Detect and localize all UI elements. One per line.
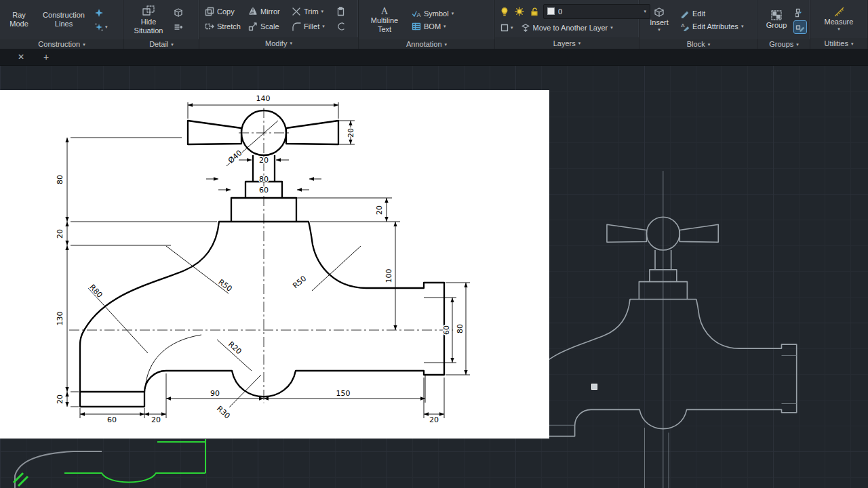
svg-text:A: A [380,6,388,16]
chevron-down-icon: ▾ [610,25,613,30]
chevron-down-icon: ▾ [290,41,292,45]
mirror-icon [248,7,258,16]
scale-label: Scale [260,22,279,30]
dim-label-r30: R30 [215,404,232,420]
hide-situation-button[interactable]: Hide Situation [127,1,170,38]
panel-utilities-expander[interactable]: Utilities ▾ [810,38,867,49]
panel-block-expander[interactable]: Block ▾ [639,39,757,49]
panel-detail: Hide Situation Detail ▾ [124,0,199,49]
cube-icon [174,8,183,18]
panel-groups-expander[interactable]: Groups ▾ [758,39,810,49]
ungroup-button[interactable] [794,7,806,19]
chevron-down-icon: ▾ [321,9,324,14]
group-label: Group [766,21,787,30]
layer-on-button[interactable] [498,5,511,18]
pencil-icon [680,9,690,18]
offset-icon [336,22,345,31]
fillet-button[interactable]: Fillet ▾ [290,21,334,32]
reference-image: 140 20 Ø40 20 80 60 80 20 130 20 100 20 … [0,90,549,439]
panel-annotation: A Multiline Text A Symbol ▾ BOM ▾ [359,0,495,49]
grip-point[interactable] [591,384,597,390]
layer-thaw-button[interactable] [513,5,526,18]
offset-button[interactable] [334,20,352,33]
detail-view-button[interactable] [172,7,184,19]
square-outline-icon [500,23,509,33]
bom-table-icon [412,22,421,31]
multiline-text-label: Multiline Text [364,16,405,33]
chevron-down-icon: ▾ [658,27,660,32]
close-tab-button[interactable]: ✕ [14,52,28,62]
edit-block-button[interactable]: Edit [678,8,745,19]
fillet-icon [292,22,301,31]
reference-drawing: 140 20 Ø40 20 80 60 80 20 130 20 100 20 … [0,90,549,439]
new-tab-button[interactable]: + [39,52,54,62]
active-sketch [0,434,224,488]
symbol-label: Symbol [424,9,449,18]
symbol-icon: A [412,9,421,18]
trim-label: Trim [304,7,319,16]
scale-button[interactable]: Scale [246,21,290,32]
panel-groups: Group Groups ▾ [758,0,810,49]
panel-construction-title: Construction [38,40,80,48]
mirror-button[interactable]: Mirror [246,6,290,17]
point-sparkle-icon [94,22,104,32]
ray-mode-label: Ray Mode [5,11,33,28]
bom-button[interactable]: BOM ▾ [410,21,456,32]
chevron-down-icon: ▾ [445,42,448,47]
panel-detail-expander[interactable]: Detail ▾ [124,39,199,49]
dim-label-90: 90 [210,389,220,398]
panel-modify-expander[interactable]: Modify ▾ [199,37,358,49]
chevron-down-icon: ▾ [83,42,85,47]
panel-annotation-title: Annotation [406,40,442,48]
dim-label-stem-80: 80 [259,175,269,184]
move-layer-icon [521,23,530,33]
layer-isolate-button[interactable]: ▾ [498,22,515,34]
point-style-button[interactable]: ▾ [93,21,109,33]
symbol-button[interactable]: A Symbol ▾ [410,8,456,19]
detail-list-button[interactable] [172,21,184,33]
chevron-down-icon: ▾ [741,24,744,28]
copy-button[interactable]: Copy [203,6,246,17]
joint-lines [527,355,796,425]
trim-button[interactable]: Trim ▾ [290,6,334,17]
chevron-down-icon: ▾ [511,25,513,30]
insert-label: Insert [650,18,669,27]
panel-layers-expander[interactable]: Layers ▾ [495,37,639,49]
revision-cloud-button[interactable] [93,7,109,19]
insert-block-button[interactable]: Insert ▾ [643,1,675,38]
list-arrow-icon [174,22,183,32]
dim-label-flange-60: 60 [442,325,451,335]
dim-label-100: 100 [384,269,393,283]
dim-label-foot-60: 60 [107,415,117,424]
dim-label-stem-20: 20 [259,156,269,165]
construction-lines-button[interactable]: Construction Lines [37,1,90,38]
panel-annotation-expander[interactable]: Annotation ▾ [359,39,494,49]
measure-button[interactable]: Measure ▾ [819,1,859,37]
lightbulb-icon [500,7,509,16]
group-icon [771,10,782,20]
chevron-down-icon: ▾ [443,24,446,28]
dim-label-left-80: 80 [56,175,64,184]
faucet-outline [80,110,444,407]
edit-block-label: Edit [692,9,705,18]
copy-icon [205,7,214,16]
fillet-label: Fillet [304,22,319,30]
multiline-text-button[interactable]: A Multiline Text [362,1,407,38]
layer-select[interactable]: 0 ▾ [543,4,650,19]
ray-mode-button[interactable]: Ray Mode [3,1,35,38]
stretch-button[interactable]: Stretch [203,21,246,32]
layer-unlock-button[interactable] [528,5,540,18]
paste-button[interactable] [334,5,352,18]
group-edit-button[interactable] [794,21,806,33]
sun-icon [515,7,524,16]
panel-construction-expander[interactable]: Construction ▾ [0,39,123,49]
stretch-icon [205,22,214,31]
copy-label: Copy [217,7,235,16]
dimension-lines [67,105,466,414]
dim-label-stem-60: 60 [259,186,269,195]
edit-attributes-button[interactable]: A Edit Attributes ▾ [678,21,745,32]
group-button[interactable]: Group [762,1,791,38]
construction-lines-label: Construction Lines [39,11,88,28]
dim-label-left-130: 130 [56,312,64,326]
move-to-layer-button[interactable]: Move to Another Layer ▾ [519,22,615,33]
